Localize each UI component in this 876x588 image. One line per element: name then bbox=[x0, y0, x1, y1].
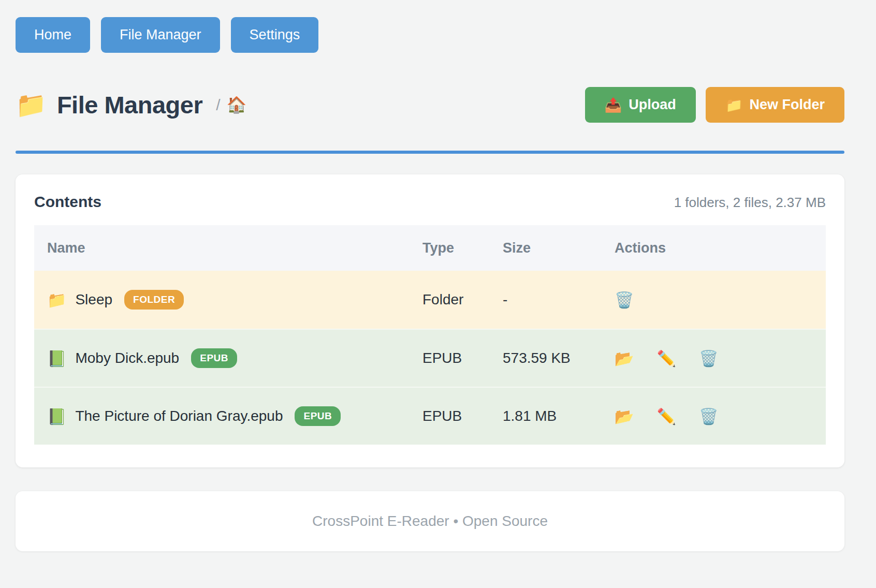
actions-cell: 📂✏️🗑️ bbox=[614, 407, 826, 425]
table-header-row: Name Type Size Actions bbox=[34, 225, 826, 271]
table-row[interactable]: 📁SleepFOLDERFolder-🗑️ bbox=[34, 271, 826, 329]
rename-icon[interactable]: ✏️ bbox=[656, 349, 676, 368]
size-cell: 1.81 MB bbox=[502, 408, 614, 424]
move-icon[interactable]: 📂 bbox=[615, 349, 634, 368]
item-name[interactable]: Sleep bbox=[75, 291, 112, 308]
footer: CrossPoint E-Reader • Open Source bbox=[16, 491, 844, 551]
upload-icon: 📤 bbox=[605, 97, 622, 113]
table-body: 📁SleepFOLDERFolder-🗑️📗Moby Dick.epubEPUB… bbox=[34, 271, 826, 445]
table-row[interactable]: 📗Moby Dick.epubEPUBEPUB573.59 KB📂✏️🗑️ bbox=[34, 329, 826, 387]
page: HomeFile ManagerSettings 📁 File Manager … bbox=[0, 0, 876, 551]
size-cell: - bbox=[502, 291, 614, 308]
page-header: 📁 File Manager / 🏠 📤 Upload 📁 New Folder bbox=[16, 87, 844, 123]
name-cell: 📗The Picture of Dorian Gray.epubEPUB bbox=[34, 406, 421, 426]
nav-button-home[interactable]: Home bbox=[16, 17, 90, 53]
name-cell: 📗Moby Dick.epubEPUB bbox=[34, 348, 421, 368]
contents-card: Contents 1 folders, 2 files, 2.37 MB Nam… bbox=[16, 174, 844, 467]
nav-button-settings[interactable]: Settings bbox=[231, 17, 319, 53]
actions-cell: 📂✏️🗑️ bbox=[614, 349, 826, 368]
contents-card-header: Contents 1 folders, 2 files, 2.37 MB bbox=[34, 193, 826, 211]
delete-icon[interactable]: 🗑️ bbox=[699, 407, 718, 425]
contents-title: Contents bbox=[34, 193, 101, 211]
new-folder-button[interactable]: 📁 New Folder bbox=[706, 87, 844, 123]
delete-icon[interactable]: 🗑️ bbox=[615, 291, 634, 309]
size-cell: 573.59 KB bbox=[502, 350, 614, 366]
type-cell: Folder bbox=[421, 291, 502, 308]
table-row[interactable]: 📗The Picture of Dorian Gray.epubEPUBEPUB… bbox=[34, 387, 826, 445]
delete-icon[interactable]: 🗑️ bbox=[699, 349, 718, 368]
type-badge: FOLDER bbox=[124, 290, 184, 310]
title-underline bbox=[16, 151, 844, 154]
book-icon: 📗 bbox=[47, 407, 66, 425]
top-nav: HomeFile ManagerSettings bbox=[16, 17, 844, 53]
upload-button-label: Upload bbox=[629, 97, 676, 113]
new-folder-icon: 📁 bbox=[725, 97, 743, 113]
type-cell: EPUB bbox=[421, 350, 502, 366]
type-badge: EPUB bbox=[295, 406, 341, 426]
item-name[interactable]: The Picture of Dorian Gray.epub bbox=[75, 408, 283, 424]
type-badge: EPUB bbox=[191, 348, 237, 368]
move-icon[interactable]: 📂 bbox=[615, 407, 634, 425]
item-name[interactable]: Moby Dick.epub bbox=[75, 350, 179, 366]
contents-summary: 1 folders, 2 files, 2.37 MB bbox=[674, 195, 826, 211]
footer-text: CrossPoint E-Reader • Open Source bbox=[312, 513, 548, 530]
column-header-actions: Actions bbox=[614, 240, 826, 256]
breadcrumb: / 🏠 bbox=[216, 95, 246, 114]
folder-icon: 📁 bbox=[47, 291, 66, 309]
actions-cell: 🗑️ bbox=[614, 291, 826, 309]
book-icon: 📗 bbox=[47, 349, 66, 368]
home-icon[interactable]: 🏠 bbox=[227, 95, 247, 114]
column-header-size: Size bbox=[502, 240, 614, 256]
folder-icon: 📁 bbox=[16, 90, 47, 120]
nav-button-file-manager[interactable]: File Manager bbox=[101, 17, 220, 53]
column-header-name: Name bbox=[34, 240, 421, 256]
file-table: Name Type Size Actions 📁SleepFOLDERFolde… bbox=[34, 225, 826, 445]
title-group: 📁 File Manager / 🏠 bbox=[16, 90, 246, 120]
header-actions: 📤 Upload 📁 New Folder bbox=[585, 87, 844, 123]
name-cell: 📁SleepFOLDER bbox=[34, 290, 421, 310]
page-title: File Manager bbox=[57, 91, 202, 119]
type-cell: EPUB bbox=[421, 408, 502, 424]
new-folder-button-label: New Folder bbox=[749, 97, 825, 113]
breadcrumb-separator: / bbox=[216, 96, 220, 114]
rename-icon[interactable]: ✏️ bbox=[656, 407, 676, 425]
column-header-type: Type bbox=[421, 240, 502, 256]
upload-button[interactable]: 📤 Upload bbox=[585, 87, 696, 123]
